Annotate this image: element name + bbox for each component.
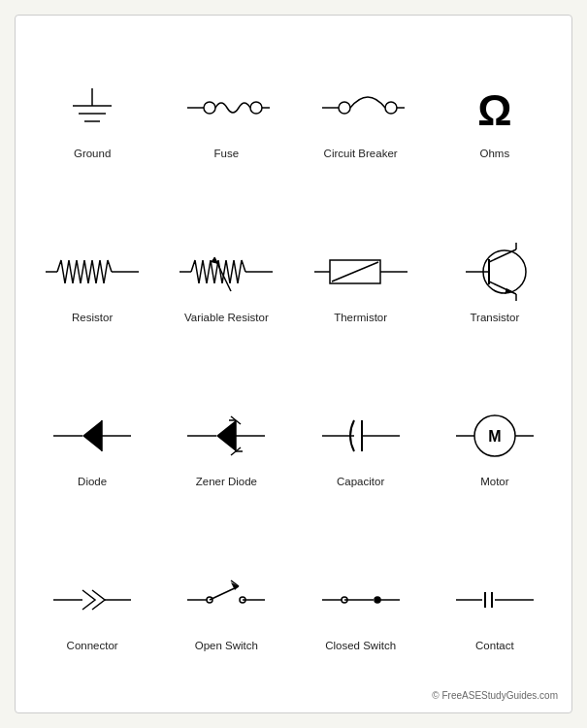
- svg-marker-32: [82, 420, 102, 451]
- svg-line-26: [489, 249, 516, 262]
- cell-closed-switch: Closed Switch: [294, 526, 428, 690]
- label-motor: Motor: [480, 476, 508, 487]
- symbol-motor: M: [446, 402, 543, 470]
- symbol-open-switch: [178, 566, 275, 634]
- label-contact: Contact: [475, 640, 514, 651]
- symbol-variable-resistor: [178, 238, 275, 306]
- svg-point-6: [250, 102, 262, 114]
- svg-point-9: [339, 102, 350, 114]
- cell-motor: M Motor: [428, 363, 562, 527]
- symbol-fuse: [178, 74, 275, 142]
- symbol-contact: [446, 566, 543, 634]
- label-zener-diode: Zener Diode: [196, 476, 257, 487]
- symbol-ohms: Ω: [446, 74, 543, 142]
- label-fuse: Fuse: [214, 148, 240, 159]
- symbols-grid: Ground Fuse: [25, 35, 562, 690]
- symbol-circuit-breaker: [312, 74, 409, 142]
- label-capacitor: Capacitor: [337, 476, 384, 487]
- svg-point-5: [204, 102, 215, 114]
- cell-diode: Diode: [25, 363, 159, 527]
- cell-contact: Contact: [428, 526, 562, 690]
- symbol-diode: [44, 402, 141, 470]
- symbol-ground: [44, 74, 141, 142]
- cell-ohms: Ω Ohms: [428, 35, 562, 199]
- cell-ground: Ground: [25, 35, 159, 199]
- cell-fuse: Fuse: [159, 35, 293, 199]
- cell-resistor: Resistor: [25, 199, 159, 363]
- svg-text:Ω: Ω: [477, 86, 511, 134]
- label-connector: Connector: [67, 640, 118, 651]
- symbol-transistor: [446, 238, 543, 306]
- svg-text:M: M: [488, 428, 501, 445]
- svg-marker-36: [216, 420, 236, 451]
- label-diode: Diode: [78, 476, 107, 487]
- symbol-closed-switch: [312, 566, 409, 634]
- cell-variable-resistor: Variable Resistor: [159, 199, 293, 363]
- cell-thermistor: Thermistor: [294, 199, 428, 363]
- svg-line-28: [489, 281, 516, 294]
- label-thermistor: Thermistor: [334, 312, 387, 323]
- symbol-resistor: [44, 238, 141, 306]
- symbol-connector: [44, 566, 141, 634]
- symbol-thermistor: [312, 238, 409, 306]
- svg-point-10: [385, 102, 397, 114]
- cell-transistor: Transistor: [428, 199, 562, 363]
- footer-text: © FreeASEStudyGuides.com: [432, 690, 558, 701]
- label-variable-resistor: Variable Resistor: [184, 312, 269, 323]
- cell-circuit-breaker: Circuit Breaker: [294, 35, 428, 199]
- label-closed-switch: Closed Switch: [325, 640, 396, 651]
- label-resistor: Resistor: [72, 312, 113, 323]
- cell-zener-diode: Zener Diode: [159, 363, 293, 527]
- symbol-zener-diode: [178, 402, 275, 470]
- cell-capacitor: Capacitor: [294, 363, 428, 527]
- cell-connector: Connector: [25, 526, 159, 690]
- label-transistor: Transistor: [471, 312, 520, 323]
- label-ohms: Ohms: [480, 148, 510, 159]
- main-card: Ground Fuse: [15, 15, 572, 713]
- label-open-switch: Open Switch: [195, 640, 258, 651]
- symbol-capacitor: [312, 402, 409, 470]
- label-ground: Ground: [74, 148, 111, 159]
- cell-open-switch: Open Switch: [159, 526, 293, 690]
- label-circuit-breaker: Circuit Breaker: [324, 148, 398, 159]
- footer: © FreeASEStudyGuides.com: [25, 690, 562, 703]
